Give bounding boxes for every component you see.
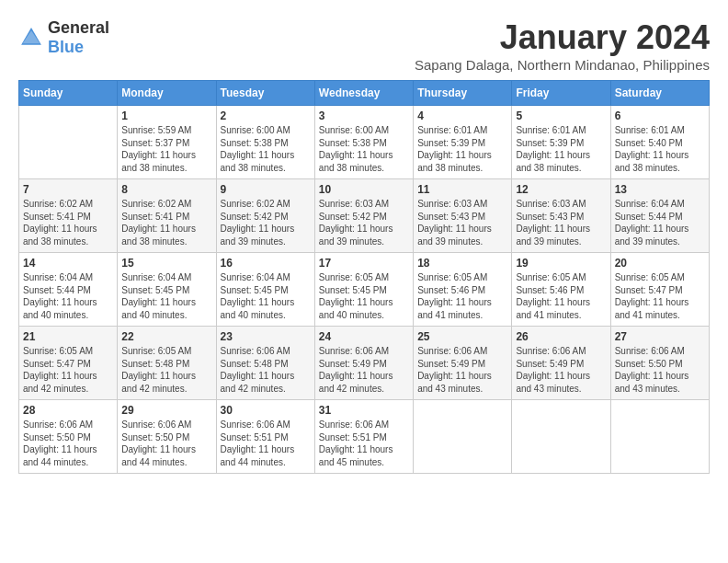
daylight-text: Daylight: 11 hours and 38 minutes. [516, 150, 590, 173]
sunset-text: Sunset: 5:48 PM [121, 359, 189, 369]
sunset-text: Sunset: 5:42 PM [319, 212, 387, 222]
sunrise-text: Sunrise: 6:05 AM [615, 272, 685, 282]
day-number: 22 [121, 330, 211, 343]
sunset-text: Sunset: 5:37 PM [121, 138, 189, 148]
page-header: General Blue January 2024 Sapang Dalaga,… [18, 18, 710, 73]
sunrise-text: Sunrise: 6:06 AM [121, 419, 191, 430]
daylight-text: Daylight: 11 hours and 43 minutes. [516, 371, 590, 394]
sunrise-text: Sunrise: 6:03 AM [319, 199, 389, 209]
day-info: Sunrise: 6:02 AMSunset: 5:42 PMDaylight:… [221, 198, 311, 247]
daylight-text: Daylight: 11 hours and 42 minutes. [319, 371, 393, 394]
calendar-cell: 9Sunrise: 6:02 AMSunset: 5:42 PMDaylight… [216, 179, 314, 253]
sunset-text: Sunset: 5:41 PM [23, 212, 91, 222]
calendar-cell [19, 106, 118, 179]
sunrise-text: Sunrise: 6:05 AM [319, 272, 389, 282]
day-number: 7 [23, 183, 113, 196]
daylight-text: Daylight: 11 hours and 42 minutes. [23, 371, 97, 394]
day-info: Sunrise: 6:03 AMSunset: 5:43 PMDaylight:… [516, 198, 606, 247]
day-info: Sunrise: 6:05 AMSunset: 5:47 PMDaylight:… [615, 271, 705, 321]
day-number: 27 [615, 330, 705, 343]
sunset-text: Sunset: 5:50 PM [23, 432, 91, 442]
sunrise-text: Sunrise: 6:04 AM [221, 272, 290, 282]
daylight-text: Daylight: 11 hours and 42 minutes. [121, 371, 196, 394]
calendar-cell: 2Sunrise: 6:00 AMSunset: 5:38 PMDaylight… [216, 106, 314, 179]
sunset-text: Sunset: 5:46 PM [417, 285, 485, 295]
daylight-text: Daylight: 11 hours and 39 minutes. [417, 224, 492, 247]
calendar-cell: 10Sunrise: 6:03 AMSunset: 5:42 PMDayligh… [314, 179, 413, 253]
day-info: Sunrise: 6:06 AMSunset: 5:48 PMDaylight:… [221, 345, 311, 395]
daylight-text: Daylight: 11 hours and 38 minutes. [121, 150, 196, 173]
calendar-cell: 29Sunrise: 6:06 AMSunset: 5:50 PMDayligh… [118, 400, 216, 474]
sunset-text: Sunset: 5:42 PM [221, 212, 289, 222]
daylight-text: Daylight: 11 hours and 38 minutes. [23, 224, 97, 247]
calendar-week-row: 7Sunrise: 6:02 AMSunset: 5:41 PMDaylight… [19, 179, 710, 253]
calendar-cell: 3Sunrise: 6:00 AMSunset: 5:38 PMDaylight… [314, 106, 413, 179]
sunset-text: Sunset: 5:49 PM [516, 359, 584, 369]
daylight-text: Daylight: 11 hours and 44 minutes. [221, 444, 295, 467]
day-info: Sunrise: 6:01 AMSunset: 5:40 PMDaylight:… [615, 124, 705, 174]
calendar-cell: 12Sunrise: 6:03 AMSunset: 5:43 PMDayligh… [512, 179, 610, 253]
daylight-text: Daylight: 11 hours and 41 minutes. [615, 297, 689, 320]
daylight-text: Daylight: 11 hours and 38 minutes. [221, 150, 295, 173]
calendar-cell: 25Sunrise: 6:06 AMSunset: 5:49 PMDayligh… [414, 327, 512, 400]
daylight-text: Daylight: 11 hours and 43 minutes. [615, 371, 689, 394]
calendar-cell: 26Sunrise: 6:06 AMSunset: 5:49 PMDayligh… [512, 327, 610, 400]
sunset-text: Sunset: 5:45 PM [221, 285, 289, 295]
day-number: 18 [417, 257, 507, 270]
sunrise-text: Sunrise: 6:04 AM [615, 199, 685, 209]
day-info: Sunrise: 6:03 AMSunset: 5:42 PMDaylight:… [319, 198, 409, 247]
daylight-text: Daylight: 11 hours and 40 minutes. [23, 297, 97, 320]
day-number: 8 [121, 183, 211, 196]
daylight-text: Daylight: 11 hours and 38 minutes. [615, 150, 689, 173]
sunset-text: Sunset: 5:45 PM [121, 285, 189, 295]
sunset-text: Sunset: 5:47 PM [23, 359, 91, 369]
sunrise-text: Sunrise: 6:05 AM [23, 346, 93, 356]
day-info: Sunrise: 6:03 AMSunset: 5:43 PMDaylight:… [417, 198, 507, 247]
sunset-text: Sunset: 5:51 PM [319, 432, 387, 442]
daylight-text: Daylight: 11 hours and 39 minutes. [615, 224, 689, 247]
title-block: January 2024 Sapang Dalaga, Northern Min… [415, 18, 710, 73]
day-info: Sunrise: 6:01 AMSunset: 5:39 PMDaylight:… [417, 124, 507, 174]
day-number: 6 [615, 109, 705, 122]
day-info: Sunrise: 6:02 AMSunset: 5:41 PMDaylight:… [121, 198, 211, 247]
day-info: Sunrise: 6:06 AMSunset: 5:49 PMDaylight:… [417, 345, 507, 395]
day-of-week-header: Thursday [414, 81, 512, 106]
day-info: Sunrise: 6:04 AMSunset: 5:45 PMDaylight:… [221, 271, 311, 321]
calendar-cell: 30Sunrise: 6:06 AMSunset: 5:51 PMDayligh… [216, 400, 314, 474]
sunset-text: Sunset: 5:39 PM [516, 138, 584, 148]
sunset-text: Sunset: 5:43 PM [516, 212, 584, 222]
sunset-text: Sunset: 5:45 PM [319, 285, 387, 295]
day-number: 16 [221, 257, 311, 270]
daylight-text: Daylight: 11 hours and 41 minutes. [516, 297, 590, 320]
day-number: 20 [615, 257, 705, 270]
sunrise-text: Sunrise: 6:06 AM [516, 346, 586, 356]
day-number: 29 [121, 404, 211, 417]
day-info: Sunrise: 6:06 AMSunset: 5:49 PMDaylight:… [516, 345, 606, 395]
daylight-text: Daylight: 11 hours and 38 minutes. [319, 150, 393, 173]
day-info: Sunrise: 6:01 AMSunset: 5:39 PMDaylight:… [516, 124, 606, 174]
calendar-cell: 15Sunrise: 6:04 AMSunset: 5:45 PMDayligh… [118, 253, 216, 327]
month-title: January 2024 [415, 18, 710, 57]
day-info: Sunrise: 6:04 AMSunset: 5:44 PMDaylight:… [615, 198, 705, 247]
calendar-cell: 6Sunrise: 6:01 AMSunset: 5:40 PMDaylight… [610, 106, 709, 179]
sunrise-text: Sunrise: 6:00 AM [221, 125, 290, 135]
sunset-text: Sunset: 5:50 PM [121, 432, 189, 442]
daylight-text: Daylight: 11 hours and 38 minutes. [121, 224, 196, 247]
calendar-cell: 20Sunrise: 6:05 AMSunset: 5:47 PMDayligh… [610, 253, 709, 327]
daylight-text: Daylight: 11 hours and 42 minutes. [221, 371, 295, 394]
day-info: Sunrise: 6:05 AMSunset: 5:48 PMDaylight:… [121, 345, 211, 395]
calendar-cell: 24Sunrise: 6:06 AMSunset: 5:49 PMDayligh… [314, 327, 413, 400]
sunset-text: Sunset: 5:44 PM [23, 285, 91, 295]
sunrise-text: Sunrise: 6:06 AM [221, 346, 290, 356]
calendar-cell: 27Sunrise: 6:06 AMSunset: 5:50 PMDayligh… [610, 327, 709, 400]
sunrise-text: Sunrise: 5:59 AM [121, 125, 191, 135]
calendar-cell: 5Sunrise: 6:01 AMSunset: 5:39 PMDaylight… [512, 106, 610, 179]
sunset-text: Sunset: 5:49 PM [319, 359, 387, 369]
day-number: 12 [516, 183, 606, 196]
day-number: 2 [221, 109, 311, 122]
logo-icon [18, 25, 44, 51]
location-subtitle: Sapang Dalaga, Northern Mindanao, Philip… [415, 57, 710, 73]
sunrise-text: Sunrise: 6:06 AM [319, 346, 389, 356]
sunset-text: Sunset: 5:51 PM [221, 432, 289, 442]
daylight-text: Daylight: 11 hours and 40 minutes. [319, 297, 393, 320]
